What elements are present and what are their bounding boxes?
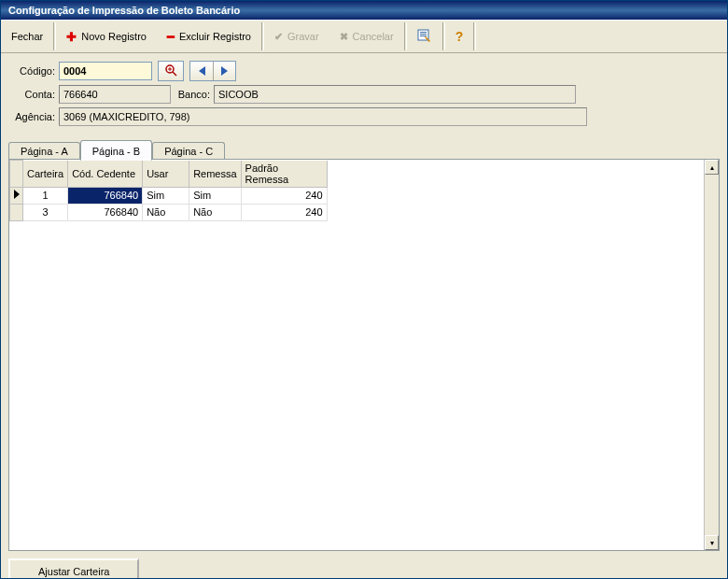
close-button[interactable]: Fechar [1, 21, 53, 52]
footer: Ajustar Carteira [8, 558, 720, 579]
svg-rect-2 [420, 34, 427, 35]
carteira-grid[interactable]: Carteira Cód. Cedente Usar Remessa Padrã… [9, 160, 328, 221]
chevron-down-icon: ▾ [710, 539, 714, 547]
new-record-label: Novo Registro [81, 31, 147, 42]
delete-record-label: Excluir Registro [179, 31, 251, 42]
col-remessa[interactable]: Remessa [189, 161, 241, 188]
agencia-label: Agência: [10, 111, 59, 122]
chevron-left-icon [199, 66, 205, 76]
pointer-icon [14, 190, 20, 199]
row-indicator [10, 187, 23, 204]
tab-strip: Página - A Página - B Página - C [1, 134, 727, 159]
rowhead-header [10, 161, 23, 188]
save-label: Gravar [287, 31, 319, 42]
codigo-input[interactable] [59, 62, 152, 80]
prev-button[interactable] [190, 62, 213, 80]
chevron-up-icon: ▴ [710, 163, 714, 172]
close-label: Fechar [11, 31, 43, 42]
tab-pagina-c[interactable]: Página - C [152, 142, 225, 160]
help-button[interactable]: ? [445, 21, 474, 52]
banco-field: SICOOB [214, 85, 576, 104]
vertical-scrollbar[interactable]: ▴ ▾ [704, 160, 719, 550]
conta-label: Conta: [10, 89, 59, 100]
tab-pagina-a[interactable]: Página - A [8, 142, 80, 160]
col-padrao-remessa[interactable]: Padrão Remessa [241, 161, 327, 188]
help-icon: ? [455, 29, 464, 44]
cell-usar[interactable]: Sim [143, 187, 189, 204]
table-row[interactable]: 3 766840 Não Não 240 [10, 204, 328, 220]
grid-header-row: Carteira Cód. Cedente Usar Remessa Padrã… [10, 161, 328, 188]
ajustar-carteira-button[interactable]: Ajustar Carteira [8, 558, 139, 579]
svg-rect-3 [420, 35, 427, 36]
cell-padrao-remessa[interactable]: 240 [241, 187, 327, 204]
next-button[interactable] [213, 62, 235, 80]
svg-line-5 [173, 72, 176, 76]
nav-group [189, 61, 236, 81]
form-area: Código: Conta: 766640 Banco: SICOOB Agên… [1, 53, 727, 134]
chevron-right-icon [221, 66, 228, 76]
scroll-up-button[interactable]: ▴ [705, 160, 719, 175]
row-indicator [10, 204, 23, 220]
col-cod-cedente[interactable]: Cód. Cedente [68, 161, 143, 188]
new-record-button[interactable]: ✚ Novo Registro [56, 21, 157, 52]
cell-padrao-remessa[interactable]: 240 [241, 204, 327, 220]
minus-icon: ━ [167, 30, 175, 44]
scroll-down-button[interactable]: ▾ [705, 535, 719, 550]
config-button[interactable] [407, 21, 442, 52]
toolbar: Fechar ✚ Novo Registro ━ Excluir Registr… [1, 20, 727, 53]
col-usar[interactable]: Usar [143, 161, 189, 188]
lookup-button[interactable] [158, 61, 184, 81]
codigo-label: Código: [10, 65, 59, 77]
col-carteira[interactable]: Carteira [23, 161, 68, 188]
check-icon: ✔ [274, 31, 283, 43]
magnifier-icon [164, 64, 177, 78]
cell-remessa[interactable]: Não [189, 204, 241, 220]
cancel-label: Cancelar [353, 31, 394, 42]
delete-record-button[interactable]: ━ Excluir Registro [157, 21, 261, 52]
banco-label: Banco: [171, 89, 214, 100]
svg-rect-1 [420, 32, 427, 33]
save-button: ✔ Gravar [264, 21, 329, 52]
cancel-button: ✖ Cancelar [329, 21, 404, 52]
cell-remessa[interactable]: Sim [189, 187, 241, 204]
table-row[interactable]: 1 766840 Sim Sim 240 [10, 187, 328, 204]
separator [473, 22, 476, 50]
cell-carteira[interactable]: 1 [23, 187, 68, 204]
config-icon [417, 28, 432, 45]
cell-carteira[interactable]: 3 [23, 204, 68, 220]
tab-panel: Carteira Cód. Cedente Usar Remessa Padrã… [8, 159, 720, 551]
plus-icon: ✚ [66, 30, 77, 44]
agencia-field: 3069 (MAXICREDITO, 798) [59, 107, 587, 126]
cell-cod-cedente[interactable]: 766840 [68, 204, 143, 220]
conta-field: 766640 [59, 85, 171, 104]
cell-cod-cedente[interactable]: 766840 [68, 187, 143, 204]
cell-usar[interactable]: Não [143, 204, 189, 220]
x-icon: ✖ [340, 31, 348, 43]
scroll-track[interactable] [705, 175, 719, 535]
window-title: Configuração de Impressão de Boleto Banc… [1, 1, 727, 20]
tab-pagina-b[interactable]: Página - B [80, 140, 152, 161]
